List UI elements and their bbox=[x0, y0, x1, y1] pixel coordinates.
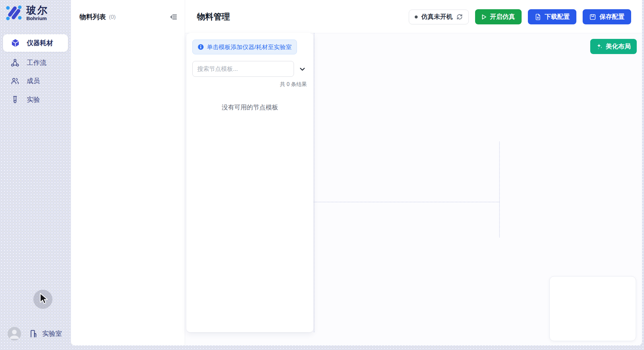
template-empty-message: 没有可用的节点模板 bbox=[192, 103, 307, 112]
start-simulation-button[interactable]: 开启仿真 bbox=[475, 9, 522, 24]
materials-panel-header: 物料列表 (0) bbox=[71, 0, 185, 21]
minimap[interactable] bbox=[549, 276, 636, 341]
bohrium-logo-icon bbox=[5, 4, 23, 22]
sidebar-item-workflow[interactable]: 工作流 bbox=[0, 54, 71, 72]
sidebar-item-label: 仪器耗材 bbox=[27, 39, 53, 47]
save-icon bbox=[589, 14, 596, 20]
mouse-cursor-icon bbox=[39, 293, 49, 305]
simulation-status-pill: 仿真未开机 bbox=[409, 10, 469, 24]
lab-switcher[interactable]: 实验室 bbox=[29, 329, 62, 338]
refresh-icon[interactable] bbox=[456, 14, 463, 20]
file-download-icon bbox=[534, 14, 541, 20]
sidebar-item-members[interactable]: 成员 bbox=[0, 72, 71, 90]
brand-name-zh: 玻尔 bbox=[26, 5, 48, 15]
sparkles-icon bbox=[596, 43, 603, 50]
save-config-label: 保存配置 bbox=[599, 13, 625, 21]
materials-panel: 物料列表 (0) bbox=[71, 0, 185, 345]
sidebar-item-label: 成员 bbox=[27, 76, 40, 85]
simulation-status-text: 仿真未开机 bbox=[421, 13, 453, 21]
page-header: 物料管理 仿真未开机 开启仿真 bbox=[185, 0, 642, 33]
status-dot-icon bbox=[415, 15, 418, 18]
download-config-label: 下载配置 bbox=[545, 13, 570, 21]
header-actions: 仿真未开机 开启仿真 bbox=[409, 9, 631, 24]
members-icon bbox=[11, 77, 19, 85]
sidebar-item-label: 实验 bbox=[27, 95, 40, 104]
beautify-layout-label: 美化布局 bbox=[606, 42, 631, 51]
collapse-panel-icon[interactable] bbox=[170, 13, 177, 21]
sidebar-item-instruments[interactable]: 仪器耗材 bbox=[3, 34, 68, 52]
cube-icon bbox=[11, 39, 20, 47]
materials-list-count: (0) bbox=[109, 14, 116, 20]
chevron-down-icon[interactable] bbox=[298, 62, 307, 75]
beautify-layout-button[interactable]: 美化布局 bbox=[590, 39, 637, 54]
user-avatar[interactable] bbox=[8, 327, 21, 340]
play-icon bbox=[482, 14, 487, 20]
info-icon bbox=[198, 44, 204, 50]
lab-label: 实验室 bbox=[42, 329, 62, 338]
brand-name-en: Bohrium bbox=[26, 15, 48, 21]
download-config-button[interactable]: 下载配置 bbox=[528, 9, 576, 24]
materials-list-title: 物料列表 bbox=[80, 13, 106, 21]
page-title: 物料管理 bbox=[197, 11, 230, 22]
brand-logo[interactable]: 玻尔 Bohrium bbox=[5, 4, 48, 22]
template-hint-text: 单击模板添加仪器/耗材至实验室 bbox=[207, 43, 292, 51]
building-icon bbox=[29, 329, 38, 338]
template-hint-banner: 单击模板添加仪器/耗材至实验室 bbox=[192, 40, 297, 54]
template-result-count: 共 0 条结果 bbox=[192, 81, 307, 88]
template-search-row bbox=[192, 61, 307, 77]
workflow-icon bbox=[11, 59, 19, 67]
sidebar-item-label: 工作流 bbox=[27, 58, 47, 67]
node-template-panel: 单击模板添加仪器/耗材至实验室 共 0 条结果 没有可用的节点模板 bbox=[186, 33, 313, 332]
sidebar-item-experiments[interactable]: 实验 bbox=[0, 91, 71, 108]
save-config-button[interactable]: 保存配置 bbox=[583, 9, 631, 24]
template-search-input[interactable] bbox=[192, 61, 294, 77]
test-tube-icon bbox=[11, 96, 19, 104]
start-simulation-label: 开启仿真 bbox=[490, 13, 515, 21]
